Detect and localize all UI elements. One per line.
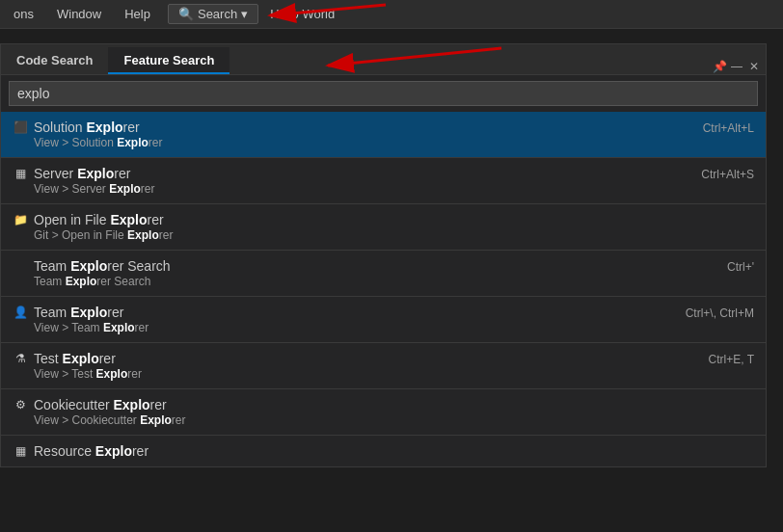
- menu-help[interactable]: Help: [119, 4, 156, 24]
- shortcut-label: Ctrl+': [727, 258, 754, 274]
- result-title-text: Solution Explorer: [34, 120, 140, 135]
- result-sub-text: Git > Open in File Explorer: [13, 228, 173, 242]
- result-sub-text: View > Test Explorer: [13, 367, 142, 381]
- server-explorer-icon: ▦: [13, 167, 28, 180]
- tab-code-search[interactable]: Code Search: [1, 47, 108, 74]
- result-server-explorer[interactable]: ▦ Server Explorer View > Server Explorer…: [1, 158, 766, 203]
- result-resource-explorer[interactable]: ▦ Resource Explorer: [1, 436, 766, 466]
- result-sub-text: View > Server Explorer: [13, 182, 155, 196]
- test-explorer-icon: ⚗: [13, 352, 28, 365]
- result-title-text: Test Explorer: [34, 351, 116, 366]
- hello-world-label: Hello World: [270, 7, 335, 21]
- pin-button[interactable]: 📌: [712, 59, 727, 74]
- close-button[interactable]: ✕: [746, 59, 762, 74]
- result-team-explorer[interactable]: 👤 Team Explorer View > Team Explorer Ctr…: [1, 297, 766, 342]
- shortcut-label: Ctrl+E, T: [709, 351, 754, 366]
- file-explorer-icon: 📁: [13, 213, 28, 226]
- search-button[interactable]: 🔍 Search ▾: [168, 4, 258, 24]
- solution-explorer-icon: ⬛: [13, 120, 28, 134]
- search-input[interactable]: [9, 81, 758, 106]
- result-title-text: Team Explorer Search: [34, 258, 171, 274]
- result-title-text: Cookiecutter Explorer: [34, 397, 167, 412]
- minimize-button[interactable]: —: [729, 59, 744, 74]
- result-title-text: Server Explorer: [34, 166, 130, 181]
- search-panel: Code Search Feature Search 📌 — ✕ ⬛ Solut…: [0, 43, 767, 467]
- menu-window[interactable]: Window: [51, 4, 107, 24]
- cookiecutter-icon: ⚙: [13, 398, 28, 412]
- result-title-text: Resource Explorer: [34, 443, 148, 459]
- result-cookiecutter-explorer[interactable]: ⚙ Cookiecutter Explorer View > Cookiecut…: [1, 389, 766, 435]
- result-sub-text: View > Solution Explorer: [13, 136, 163, 149]
- menu-bar: ons Window Help 🔍 Search ▾ Hello World: [0, 0, 783, 29]
- team-explorer-icon: 👤: [13, 306, 28, 319]
- tab-feature-search[interactable]: Feature Search: [108, 47, 230, 74]
- result-sub-text: View > Team Explorer: [13, 321, 148, 334]
- result-sub-text: Team Explorer Search: [13, 275, 171, 288]
- result-title-text: Open in File Explorer: [34, 212, 164, 227]
- result-solution-explorer[interactable]: ⬛ Solution Explorer View > Solution Expl…: [1, 112, 766, 157]
- result-file-explorer[interactable]: 📁 Open in File Explorer Git > Open in Fi…: [1, 204, 766, 250]
- result-team-explorer-search[interactable]: Team Explorer Search Team Explorer Searc…: [1, 251, 766, 296]
- menu-ons[interactable]: ons: [8, 4, 40, 24]
- shortcut-label: Ctrl+Alt+S: [701, 166, 754, 181]
- results-list: ⬛ Solution Explorer View > Solution Expl…: [1, 112, 766, 466]
- result-test-explorer[interactable]: ⚗ Test Explorer View > Test Explorer Ctr…: [1, 343, 766, 388]
- result-title-text: Team Explorer: [34, 305, 123, 320]
- search-input-wrap: [1, 75, 766, 112]
- result-sub-text: View > Cookiecutter Explorer: [13, 413, 186, 427]
- resource-explorer-icon: ▦: [13, 444, 28, 458]
- shortcut-label: Ctrl+\, Ctrl+M: [686, 305, 754, 320]
- tabs-bar: Code Search Feature Search 📌 — ✕: [1, 44, 766, 75]
- shortcut-label: Ctrl+Alt+L: [703, 120, 754, 135]
